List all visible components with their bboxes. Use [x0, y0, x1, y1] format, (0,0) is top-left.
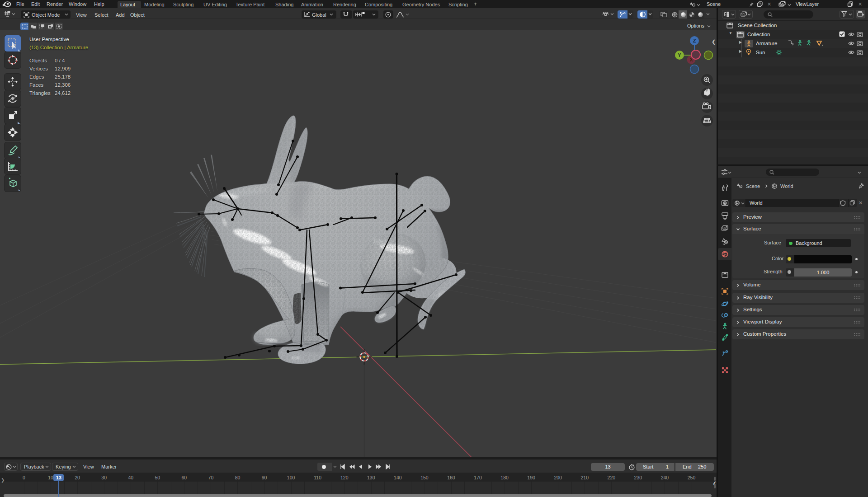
svg-text:Z: Z	[693, 38, 696, 43]
svg-text:2: 2	[822, 43, 823, 47]
svg-text:Y: Y	[678, 52, 681, 58]
